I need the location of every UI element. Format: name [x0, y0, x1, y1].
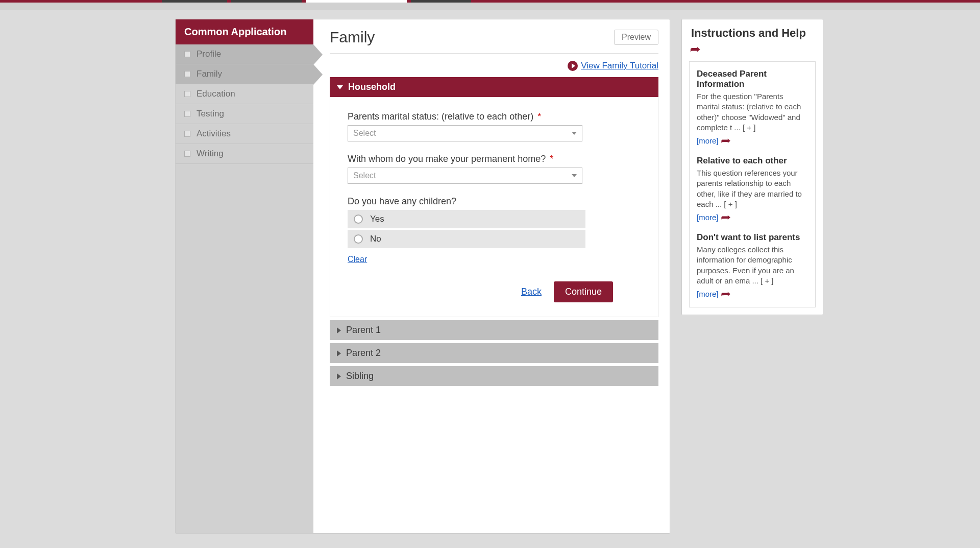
more-link[interactable]: [more] ➦ [697, 288, 808, 300]
section-label: Parent 2 [346, 348, 381, 359]
chevron-down-icon [572, 132, 577, 135]
share-arrow-icon: ➦ [690, 43, 700, 55]
select-placeholder: Select [353, 129, 376, 138]
select-placeholder: Select [353, 171, 376, 180]
main-pane: Family Preview View Family Tutorial Hous… [313, 19, 670, 533]
help-item-title: Don't want to list parents [697, 232, 808, 243]
more-link[interactable]: [more] ➦ [697, 211, 808, 223]
top-tab-3[interactable] [306, 0, 407, 3]
sidebar-item-education[interactable]: Education [176, 84, 313, 104]
help-body: Deceased Parent Information For the ques… [689, 61, 816, 307]
checkbox-icon [184, 71, 190, 77]
section-sibling-header[interactable]: Sibling [330, 366, 658, 386]
back-link[interactable]: Back [521, 287, 542, 297]
children-yes-radio[interactable]: Yes [348, 210, 585, 228]
sidebar-item-label: Profile [197, 49, 221, 59]
chevron-down-icon [572, 174, 577, 177]
radio-label: Yes [370, 214, 384, 224]
field-label-marital: Parents marital status: (relative to eac… [348, 111, 644, 122]
sidebar-item-label: Testing [197, 109, 224, 119]
chevron-right-icon [337, 350, 341, 356]
sidebar-item-testing[interactable]: Testing [176, 104, 313, 124]
share-arrow-icon: ➦ [721, 211, 731, 223]
preview-button[interactable]: Preview [614, 30, 658, 45]
sidebar-header: Common Application [176, 19, 313, 44]
more-link[interactable]: [more] ➦ [697, 134, 808, 147]
sidebar-item-activities[interactable]: Activities [176, 124, 313, 144]
help-item-text: This question references your parents re… [697, 168, 808, 209]
help-card: Instructions and Help ➦ Deceased Parent … [681, 19, 823, 315]
sidebar-item-label: Education [197, 89, 235, 99]
top-tab-4[interactable] [411, 0, 471, 3]
help-item-title: Deceased Parent Information [697, 69, 808, 89]
radio-label: No [370, 234, 381, 244]
help-item: Deceased Parent Information For the ques… [697, 69, 808, 147]
sidebar-item-profile[interactable]: Profile [176, 44, 313, 64]
required-icon: * [550, 154, 553, 164]
checkbox-icon [184, 51, 190, 57]
sidebar-item-writing[interactable]: Writing [176, 144, 313, 164]
checkbox-icon [184, 91, 190, 97]
field-label-children: Do you have any children? [348, 196, 644, 207]
checkbox-icon [184, 151, 190, 157]
clear-link[interactable]: Clear [348, 255, 367, 264]
top-tab-1[interactable] [162, 0, 227, 3]
sidebar-item-label: Activities [197, 129, 231, 139]
sidebar-item-label: Family [197, 69, 222, 79]
help-item-title: Relative to each other [697, 156, 808, 166]
top-tab-2[interactable] [231, 0, 302, 3]
help-item-text: Many colleges collect this information f… [697, 245, 808, 286]
accordion: Household Parents marital status: (relat… [330, 77, 658, 386]
section-parent1-header[interactable]: Parent 1 [330, 320, 658, 340]
section-label: Sibling [346, 371, 374, 382]
view-tutorial-link[interactable]: View Family Tutorial [581, 61, 658, 71]
chevron-right-icon [337, 373, 341, 379]
continue-button[interactable]: Continue [554, 281, 613, 302]
help-item-text: For the question "Parents marital status… [697, 91, 808, 133]
sidebar-item-label: Writing [197, 149, 224, 159]
children-no-radio[interactable]: No [348, 230, 585, 248]
section-label: Household [348, 82, 396, 92]
radio-icon [354, 234, 363, 244]
chevron-down-icon [337, 85, 343, 89]
main-card: Common Application Profile Family Educat… [175, 19, 670, 534]
section-parent2-header[interactable]: Parent 2 [330, 343, 658, 363]
permanent-home-select[interactable]: Select [348, 168, 582, 184]
sidebar: Common Application Profile Family Educat… [176, 19, 313, 533]
help-title: Instructions and Help ➦ [682, 27, 823, 61]
section-household-header[interactable]: Household [330, 77, 658, 97]
section-label: Parent 1 [346, 325, 381, 336]
checkbox-icon [184, 111, 190, 117]
top-nav [0, 3, 980, 10]
section-household-body: Parents marital status: (relative to eac… [330, 97, 658, 317]
sidebar-item-family[interactable]: Family [176, 64, 313, 84]
share-arrow-icon: ➦ [721, 288, 731, 300]
radio-icon [354, 215, 363, 224]
share-arrow-icon: ➦ [721, 134, 731, 147]
marital-status-select[interactable]: Select [348, 125, 582, 141]
help-item: Don't want to list parents Many colleges… [697, 232, 808, 300]
checkbox-icon [184, 131, 190, 137]
page-title: Family [330, 29, 375, 46]
required-icon: * [537, 111, 541, 122]
field-label-home: With whom do you make your permanent hom… [348, 154, 644, 164]
help-item: Relative to each other This question ref… [697, 156, 808, 223]
play-icon [568, 61, 578, 71]
chevron-right-icon [337, 327, 341, 333]
